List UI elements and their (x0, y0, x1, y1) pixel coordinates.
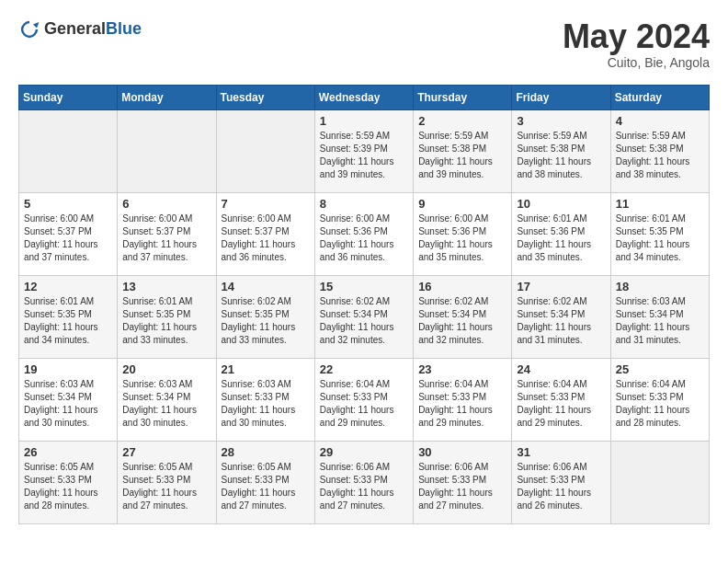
calendar-table: SundayMondayTuesdayWednesdayThursdayFrid… (18, 85, 710, 524)
day-info: Sunrise: 6:06 AMSunset: 5:33 PMDaylight:… (418, 461, 506, 512)
calendar-cell (19, 109, 118, 192)
calendar-week-row: 5Sunrise: 6:00 AMSunset: 5:37 PMDaylight… (19, 192, 710, 275)
day-number: 25 (616, 362, 704, 376)
calendar-cell: 19Sunrise: 6:03 AMSunset: 5:34 PMDayligh… (19, 358, 118, 441)
logo-text: GeneralBlue (44, 20, 142, 39)
day-number: 12 (24, 280, 112, 293)
day-info: Sunrise: 5:59 AMSunset: 5:39 PMDaylight:… (320, 130, 408, 181)
calendar-cell: 1Sunrise: 5:59 AMSunset: 5:39 PMDaylight… (314, 109, 413, 192)
calendar-week-row: 26Sunrise: 6:05 AMSunset: 5:33 PMDayligh… (19, 441, 710, 523)
day-info: Sunrise: 6:04 AMSunset: 5:33 PMDaylight:… (517, 378, 605, 430)
day-number: 13 (122, 280, 210, 293)
day-number: 2 (418, 114, 506, 128)
day-number: 8 (320, 197, 408, 211)
day-number: 22 (320, 362, 408, 376)
day-number: 5 (24, 197, 112, 211)
day-number: 15 (320, 280, 408, 293)
day-number: 16 (418, 280, 506, 293)
day-number: 27 (122, 445, 210, 459)
logo: GeneralBlue (18, 18, 142, 40)
day-info: Sunrise: 6:03 AMSunset: 5:34 PMDaylight:… (122, 378, 210, 430)
calendar-cell: 14Sunrise: 6:02 AMSunset: 5:35 PMDayligh… (216, 275, 314, 358)
day-number: 11 (616, 197, 704, 211)
day-number: 6 (122, 197, 210, 211)
day-info: Sunrise: 6:05 AMSunset: 5:33 PMDaylight:… (222, 461, 310, 512)
day-number: 4 (616, 114, 704, 128)
day-number: 23 (418, 362, 506, 376)
title-block: May 2024 Cuito, Bie, Angola (563, 18, 710, 70)
day-number: 1 (320, 114, 408, 128)
calendar-cell: 23Sunrise: 6:04 AMSunset: 5:33 PMDayligh… (414, 358, 512, 441)
calendar-cell: 25Sunrise: 6:04 AMSunset: 5:33 PMDayligh… (610, 358, 709, 441)
day-info: Sunrise: 6:00 AMSunset: 5:37 PMDaylight:… (122, 213, 210, 264)
calendar-cell: 5Sunrise: 6:00 AMSunset: 5:37 PMDaylight… (19, 192, 118, 275)
day-info: Sunrise: 6:01 AMSunset: 5:35 PMDaylight:… (122, 295, 210, 347)
day-info: Sunrise: 6:05 AMSunset: 5:33 PMDaylight:… (24, 461, 112, 512)
day-info: Sunrise: 6:01 AMSunset: 5:35 PMDaylight:… (24, 295, 112, 347)
calendar-cell: 28Sunrise: 6:05 AMSunset: 5:33 PMDayligh… (216, 441, 314, 523)
calendar-cell: 18Sunrise: 6:03 AMSunset: 5:34 PMDayligh… (610, 275, 709, 358)
calendar-cell: 20Sunrise: 6:03 AMSunset: 5:34 PMDayligh… (118, 358, 216, 441)
calendar-cell: 30Sunrise: 6:06 AMSunset: 5:33 PMDayligh… (414, 441, 512, 523)
day-info: Sunrise: 6:05 AMSunset: 5:33 PMDaylight:… (122, 461, 210, 512)
day-number: 31 (517, 445, 605, 459)
day-number: 30 (418, 445, 506, 459)
calendar-week-row: 12Sunrise: 6:01 AMSunset: 5:35 PMDayligh… (19, 275, 710, 358)
day-info: Sunrise: 6:04 AMSunset: 5:33 PMDaylight:… (418, 378, 506, 430)
logo-general: GeneralBlue (44, 20, 142, 39)
logo-icon (18, 18, 40, 40)
day-info: Sunrise: 5:59 AMSunset: 5:38 PMDaylight:… (517, 130, 605, 181)
weekday-header: Sunday (19, 85, 118, 109)
day-info: Sunrise: 6:00 AMSunset: 5:37 PMDaylight:… (222, 213, 310, 264)
weekday-header: Wednesday (314, 85, 413, 109)
weekday-header: Monday (118, 85, 216, 109)
calendar-cell: 16Sunrise: 6:02 AMSunset: 5:34 PMDayligh… (414, 275, 512, 358)
day-number: 17 (517, 280, 605, 293)
calendar-cell: 15Sunrise: 6:02 AMSunset: 5:34 PMDayligh… (314, 275, 413, 358)
calendar-week-row: 19Sunrise: 6:03 AMSunset: 5:34 PMDayligh… (19, 358, 710, 441)
day-number: 21 (222, 362, 310, 376)
calendar-cell: 9Sunrise: 6:00 AMSunset: 5:36 PMDaylight… (414, 192, 512, 275)
day-info: Sunrise: 5:59 AMSunset: 5:38 PMDaylight:… (616, 130, 704, 181)
calendar-cell: 27Sunrise: 6:05 AMSunset: 5:33 PMDayligh… (118, 441, 216, 523)
calendar-header: SundayMondayTuesdayWednesdayThursdayFrid… (19, 85, 710, 109)
calendar-cell: 12Sunrise: 6:01 AMSunset: 5:35 PMDayligh… (19, 275, 118, 358)
calendar-body: 1Sunrise: 5:59 AMSunset: 5:39 PMDaylight… (19, 109, 710, 523)
calendar-cell: 22Sunrise: 6:04 AMSunset: 5:33 PMDayligh… (314, 358, 413, 441)
day-number: 28 (222, 445, 310, 459)
day-info: Sunrise: 6:06 AMSunset: 5:33 PMDaylight:… (517, 461, 605, 512)
day-info: Sunrise: 6:02 AMSunset: 5:34 PMDaylight:… (418, 295, 506, 347)
calendar-cell: 7Sunrise: 6:00 AMSunset: 5:37 PMDaylight… (216, 192, 314, 275)
location-subtitle: Cuito, Bie, Angola (563, 55, 710, 70)
calendar-cell: 6Sunrise: 6:00 AMSunset: 5:37 PMDaylight… (118, 192, 216, 275)
day-info: Sunrise: 6:04 AMSunset: 5:33 PMDaylight:… (616, 378, 704, 430)
day-info: Sunrise: 6:00 AMSunset: 5:37 PMDaylight:… (24, 213, 112, 264)
day-number: 3 (517, 114, 605, 128)
day-number: 19 (24, 362, 112, 376)
calendar-cell: 17Sunrise: 6:02 AMSunset: 5:34 PMDayligh… (512, 275, 610, 358)
day-info: Sunrise: 6:03 AMSunset: 5:34 PMDaylight:… (616, 295, 704, 347)
day-info: Sunrise: 6:02 AMSunset: 5:34 PMDaylight:… (320, 295, 408, 347)
day-info: Sunrise: 6:03 AMSunset: 5:33 PMDaylight:… (222, 378, 310, 430)
day-info: Sunrise: 6:06 AMSunset: 5:33 PMDaylight:… (320, 461, 408, 512)
calendar-cell: 2Sunrise: 5:59 AMSunset: 5:38 PMDaylight… (414, 109, 512, 192)
calendar-cell: 13Sunrise: 6:01 AMSunset: 5:35 PMDayligh… (118, 275, 216, 358)
calendar-cell (118, 109, 216, 192)
day-info: Sunrise: 6:02 AMSunset: 5:34 PMDaylight:… (517, 295, 605, 347)
day-number: 14 (222, 280, 310, 293)
day-info: Sunrise: 6:01 AMSunset: 5:36 PMDaylight:… (517, 213, 605, 264)
calendar-cell: 8Sunrise: 6:00 AMSunset: 5:36 PMDaylight… (314, 192, 413, 275)
day-number: 20 (122, 362, 210, 376)
weekday-header: Tuesday (216, 85, 314, 109)
day-number: 26 (24, 445, 112, 459)
calendar-week-row: 1Sunrise: 5:59 AMSunset: 5:39 PMDaylight… (19, 109, 710, 192)
day-number: 24 (517, 362, 605, 376)
day-info: Sunrise: 6:02 AMSunset: 5:35 PMDaylight:… (222, 295, 310, 347)
day-info: Sunrise: 6:04 AMSunset: 5:33 PMDaylight:… (320, 378, 408, 430)
day-number: 29 (320, 445, 408, 459)
day-info: Sunrise: 6:00 AMSunset: 5:36 PMDaylight:… (320, 213, 408, 264)
day-number: 7 (222, 197, 310, 211)
calendar-cell: 4Sunrise: 5:59 AMSunset: 5:38 PMDaylight… (610, 109, 709, 192)
month-year-title: May 2024 (563, 18, 710, 55)
calendar-cell: 3Sunrise: 5:59 AMSunset: 5:38 PMDaylight… (512, 109, 610, 192)
